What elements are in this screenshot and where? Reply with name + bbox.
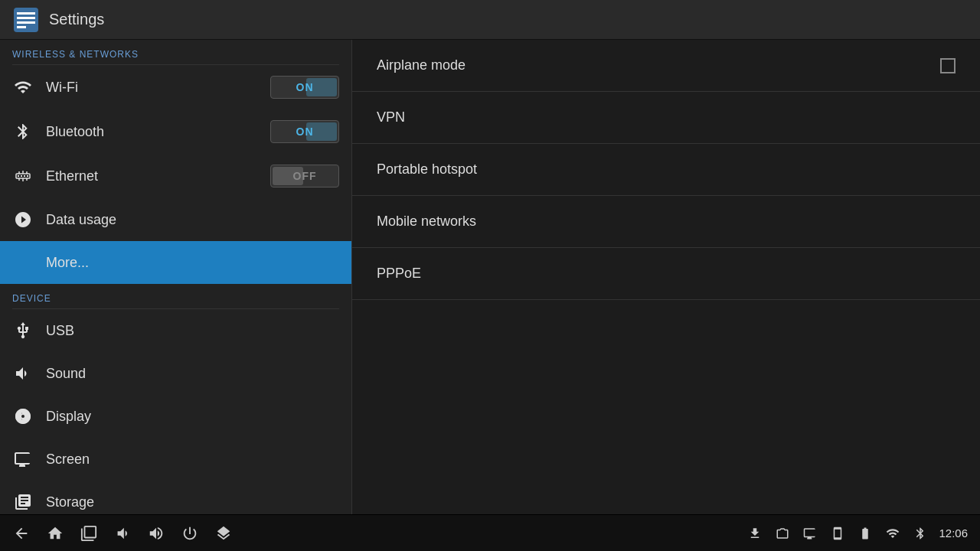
right-item-vpn[interactable]: VPN (352, 92, 980, 144)
svg-rect-6 (18, 175, 19, 177)
bluetooth-icon (12, 121, 34, 142)
sidebar-item-ethernet[interactable]: Ethernet OFF (0, 154, 351, 198)
section-header-wireless: WIRELESS & NETWORKS (0, 40, 351, 64)
ethernet-icon (12, 165, 34, 187)
right-item-airplane[interactable]: Airplane mode (352, 40, 980, 92)
svg-rect-7 (21, 175, 22, 177)
download-icon (746, 524, 764, 543)
storage-label: Storage (46, 494, 339, 510)
taskbar: 12:06 (0, 514, 980, 551)
ethernet-label: Ethernet (46, 168, 270, 184)
sidebar-item-display[interactable]: Display (0, 395, 351, 438)
data-usage-label: Data usage (46, 212, 339, 228)
right-item-pppoe[interactable]: PPPoE (352, 248, 980, 300)
svg-rect-8 (24, 175, 25, 177)
home-button[interactable] (46, 524, 64, 543)
svg-rect-0 (14, 8, 38, 32)
hotspot-label: Portable hotspot (377, 161, 956, 178)
svg-rect-4 (17, 26, 26, 28)
usb-icon (12, 320, 34, 341)
bluetooth-status-icon (911, 524, 929, 543)
screen3-icon (828, 524, 847, 543)
sidebar-item-bluetooth[interactable]: Bluetooth ON (0, 109, 351, 154)
sidebar-item-screen[interactable]: Screen (0, 438, 351, 481)
sound-label: Sound (46, 366, 339, 382)
section-header-device: DEVICE (0, 284, 351, 308)
recents-button[interactable] (80, 524, 98, 543)
volume-down-button[interactable] (113, 524, 132, 543)
sidebar-item-more[interactable]: More... (0, 241, 351, 284)
volume-up-button[interactable] (147, 524, 165, 543)
svg-rect-9 (27, 175, 28, 177)
sidebar-item-usb[interactable]: USB (0, 309, 351, 352)
layers-button[interactable] (214, 524, 233, 543)
wifi-status-icon (884, 524, 902, 543)
clock: 12:06 (939, 527, 968, 540)
mobile-label: Mobile networks (377, 214, 956, 230)
screen2-icon (801, 524, 819, 543)
taskbar-left (12, 524, 233, 543)
taskbar-right: 12:06 (746, 524, 968, 543)
airplane-label: Airplane mode (377, 57, 940, 73)
more-icon (12, 252, 34, 273)
right-panel: Airplane mode VPN Portable hotspot Mobil… (352, 40, 980, 514)
display-icon (12, 406, 34, 427)
screen-label: Screen (46, 452, 339, 468)
sidebar-item-storage[interactable]: Storage (0, 481, 351, 514)
titlebar: Settings (0, 0, 980, 40)
main-area: WIRELESS & NETWORKS Wi-Fi ON Bluetooth (0, 40, 980, 514)
wifi-icon (12, 77, 34, 98)
power-button[interactable] (181, 524, 199, 543)
page-title: Settings (49, 11, 104, 28)
wifi-label: Wi-Fi (46, 80, 270, 96)
battery-icon (856, 524, 874, 543)
right-item-mobile[interactable]: Mobile networks (352, 196, 980, 248)
vpn-label: VPN (377, 109, 956, 126)
storage-icon (12, 491, 34, 513)
usb-label: USB (46, 323, 339, 339)
sidebar-item-data-usage[interactable]: Data usage (0, 198, 351, 241)
more-label: More... (46, 255, 339, 271)
svg-rect-2 (17, 17, 35, 19)
screenshot-icon (773, 524, 792, 543)
pppoe-label: PPPoE (377, 266, 956, 282)
svg-point-12 (21, 415, 24, 418)
bluetooth-toggle[interactable]: ON (270, 120, 339, 143)
data-usage-icon (12, 209, 34, 230)
sound-icon (12, 363, 34, 384)
svg-rect-3 (17, 21, 35, 24)
ethernet-toggle[interactable]: OFF (270, 165, 339, 187)
sidebar-item-sound[interactable]: Sound (0, 352, 351, 395)
bluetooth-label: Bluetooth (46, 124, 270, 140)
right-item-hotspot[interactable]: Portable hotspot (352, 144, 980, 196)
airplane-checkbox[interactable] (940, 58, 956, 73)
app-icon (12, 6, 40, 34)
display-label: Display (46, 409, 339, 425)
svg-rect-1 (17, 12, 35, 15)
back-button[interactable] (12, 524, 31, 543)
sidebar-item-wifi[interactable]: Wi-Fi ON (0, 65, 351, 109)
screen-icon (12, 448, 34, 470)
wifi-toggle[interactable]: ON (270, 76, 339, 99)
sidebar: WIRELESS & NETWORKS Wi-Fi ON Bluetooth (0, 40, 352, 514)
